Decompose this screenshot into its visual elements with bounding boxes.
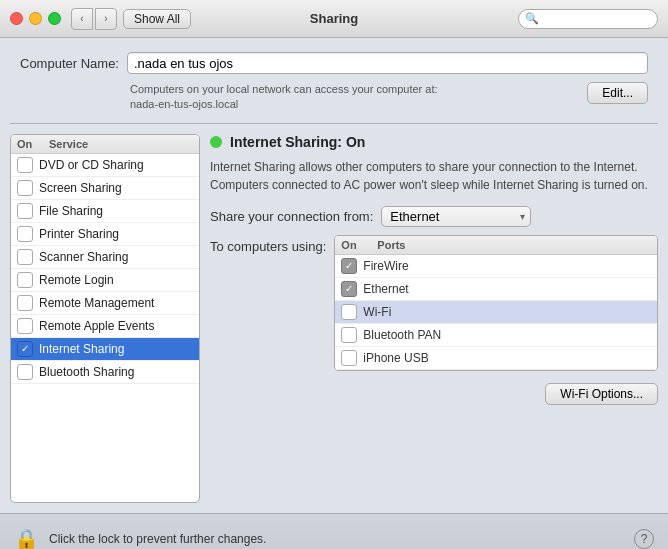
window-title: Sharing [310, 11, 358, 26]
port-check-wifi[interactable] [341, 304, 357, 320]
service-check-dvd[interactable] [17, 157, 33, 173]
service-item-screen[interactable]: Screen Sharing [11, 177, 199, 200]
ports-table: On Ports ✓FireWire✓EthernetWi-FiBluetoot… [334, 235, 658, 371]
back-button[interactable]: ‹ [71, 8, 93, 30]
port-check-bluetooth-pan[interactable] [341, 327, 357, 343]
service-label-dvd: DVD or CD Sharing [39, 158, 144, 172]
share-from-select-wrapper[interactable]: Ethernet [381, 206, 531, 227]
lock-icon[interactable]: 🔒 [14, 527, 39, 549]
port-item-iphone-usb[interactable]: iPhone USB [335, 347, 657, 370]
window-controls [10, 12, 61, 25]
status-dot [210, 136, 222, 148]
main-content: On Service DVD or CD SharingScreen Shari… [0, 124, 668, 513]
nav-buttons: ‹ › [71, 8, 117, 30]
service-check-bluetooth[interactable] [17, 364, 33, 380]
port-label-iphone-usb: iPhone USB [363, 351, 428, 365]
service-item-scanner[interactable]: Scanner Sharing [11, 246, 199, 269]
lock-text: Click the lock to prevent further change… [49, 532, 624, 546]
service-label-remote-events: Remote Apple Events [39, 319, 154, 333]
computers-using-label: To computers using: [210, 235, 326, 254]
service-label-bluetooth: Bluetooth Sharing [39, 365, 134, 379]
service-check-internet[interactable]: ✓ [17, 341, 33, 357]
port-item-bluetooth-pan[interactable]: Bluetooth PAN [335, 324, 657, 347]
service-item-bluetooth[interactable]: Bluetooth Sharing [11, 361, 199, 384]
status-desc: Internet Sharing allows other computers … [210, 158, 658, 194]
service-check-screen[interactable] [17, 180, 33, 196]
port-check-firewire[interactable]: ✓ [341, 258, 357, 274]
service-check-remote-events[interactable] [17, 318, 33, 334]
computer-name-sub-text: Computers on your local network can acce… [130, 82, 577, 113]
minimize-button[interactable] [29, 12, 42, 25]
wifi-options-row: Wi-Fi Options... [210, 383, 658, 405]
title-bar: ‹ › Show All Sharing 🔍 [0, 0, 668, 38]
service-col-on-header: On [17, 138, 49, 150]
service-item-remote-mgmt[interactable]: Remote Management [11, 292, 199, 315]
ports-table-header: On Ports [335, 236, 657, 255]
close-button[interactable] [10, 12, 23, 25]
port-item-firewire[interactable]: ✓FireWire [335, 255, 657, 278]
computer-name-sub: Computers on your local network can acce… [0, 80, 668, 123]
computer-name-row: Computer Name: [0, 38, 668, 80]
share-from-label: Share your connection from: [210, 209, 373, 224]
service-label-internet: Internet Sharing [39, 342, 124, 356]
edit-button[interactable]: Edit... [587, 82, 648, 104]
port-label-wifi: Wi-Fi [363, 305, 391, 319]
service-check-remote-login[interactable] [17, 272, 33, 288]
port-label-firewire: FireWire [363, 259, 408, 273]
share-from-select[interactable]: Ethernet [381, 206, 531, 227]
search-icon: 🔍 [525, 12, 539, 25]
service-label-scanner: Scanner Sharing [39, 250, 128, 264]
status-row: Internet Sharing: On [210, 134, 658, 150]
port-item-ethernet[interactable]: ✓Ethernet [335, 278, 657, 301]
service-items: DVD or CD SharingScreen SharingFile Shar… [11, 154, 199, 384]
ports-col-name-header: Ports [377, 239, 651, 251]
maximize-button[interactable] [48, 12, 61, 25]
service-label-printer: Printer Sharing [39, 227, 119, 241]
ports-items: ✓FireWire✓EthernetWi-FiBluetooth PANiPho… [335, 255, 657, 370]
service-list-header: On Service [11, 135, 199, 154]
port-label-bluetooth-pan: Bluetooth PAN [363, 328, 441, 342]
service-check-file[interactable] [17, 203, 33, 219]
service-item-internet[interactable]: ✓Internet Sharing [11, 338, 199, 361]
service-item-dvd[interactable]: DVD or CD Sharing [11, 154, 199, 177]
service-col-service-header: Service [49, 138, 193, 150]
port-check-iphone-usb[interactable] [341, 350, 357, 366]
service-list: On Service DVD or CD SharingScreen Shari… [10, 134, 200, 503]
port-item-wifi[interactable]: Wi-Fi [335, 301, 657, 324]
share-from-row: Share your connection from: Ethernet [210, 206, 658, 227]
service-check-scanner[interactable] [17, 249, 33, 265]
show-all-button[interactable]: Show All [123, 9, 191, 29]
wifi-options-button[interactable]: Wi-Fi Options... [545, 383, 658, 405]
computers-using-row: To computers using: On Ports ✓FireWire✓E… [210, 235, 658, 371]
service-label-remote-login: Remote Login [39, 273, 114, 287]
service-check-remote-mgmt[interactable] [17, 295, 33, 311]
service-label-file: File Sharing [39, 204, 103, 218]
service-label-remote-mgmt: Remote Management [39, 296, 154, 310]
right-panel: Internet Sharing: On Internet Sharing al… [210, 134, 658, 503]
computer-name-label: Computer Name: [20, 56, 119, 71]
search-box[interactable]: 🔍 [518, 9, 658, 29]
service-item-remote-login[interactable]: Remote Login [11, 269, 199, 292]
help-button[interactable]: ? [634, 529, 654, 549]
service-check-printer[interactable] [17, 226, 33, 242]
service-item-file[interactable]: File Sharing [11, 200, 199, 223]
service-item-remote-events[interactable]: Remote Apple Events [11, 315, 199, 338]
port-label-ethernet: Ethernet [363, 282, 408, 296]
service-item-printer[interactable]: Printer Sharing [11, 223, 199, 246]
bottom-bar: 🔒 Click the lock to prevent further chan… [0, 513, 668, 549]
service-label-screen: Screen Sharing [39, 181, 122, 195]
forward-button[interactable]: › [95, 8, 117, 30]
ports-col-on-header: On [341, 239, 377, 251]
computer-name-input[interactable] [127, 52, 648, 74]
port-check-ethernet[interactable]: ✓ [341, 281, 357, 297]
status-title: Internet Sharing: On [230, 134, 365, 150]
